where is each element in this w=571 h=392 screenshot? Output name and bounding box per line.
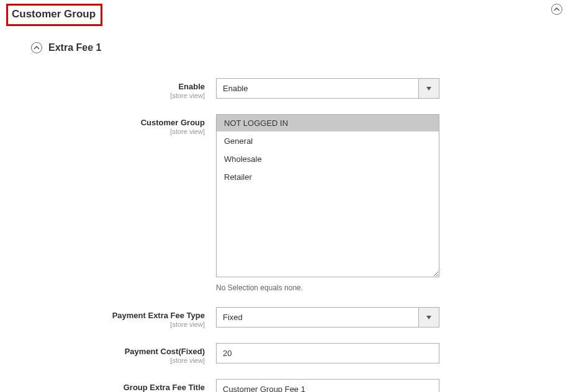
enable-select[interactable]: Enable bbox=[216, 78, 439, 99]
section-header-box[interactable]: Customer Group bbox=[6, 4, 102, 26]
customer-group-option[interactable]: Wholesale bbox=[217, 151, 439, 167]
subsection-header-row[interactable]: Extra Fee 1 bbox=[6, 42, 565, 53]
enable-label: Enable bbox=[6, 82, 205, 91]
enable-select-button[interactable] bbox=[418, 79, 439, 98]
label-col: Group Extra Fee Title [store view] bbox=[6, 379, 216, 392]
section-title: Customer Group bbox=[12, 8, 96, 20]
fee-type-select-button[interactable] bbox=[418, 308, 439, 327]
subsection-collapse-toggle[interactable] bbox=[31, 42, 42, 53]
chevron-up-icon bbox=[554, 6, 560, 12]
caret-down-icon bbox=[426, 87, 431, 91]
scope-label: [store view] bbox=[6, 128, 205, 135]
field-col bbox=[216, 343, 439, 363]
subsection-title: Extra Fee 1 bbox=[48, 42, 101, 53]
payment-cost-label: Payment Cost(Fixed) bbox=[6, 347, 205, 356]
scope-label: [store view] bbox=[6, 92, 205, 99]
customer-group-option[interactable]: NOT LOGGED IN bbox=[217, 115, 439, 131]
row-payment-cost: Payment Cost(Fixed) [store view] bbox=[6, 343, 565, 364]
label-col: Payment Cost(Fixed) [store view] bbox=[6, 343, 216, 364]
fee-type-select[interactable]: Fixed bbox=[216, 307, 439, 327]
fee-type-select-value: Fixed bbox=[217, 308, 418, 327]
row-customer-group: Customer Group [store view] NOT LOGGED I… bbox=[6, 114, 565, 292]
customer-group-option[interactable]: General bbox=[217, 133, 439, 149]
payment-cost-input[interactable] bbox=[216, 343, 439, 363]
label-col: Enable [store view] bbox=[6, 78, 216, 99]
field-col: Fixed bbox=[216, 307, 439, 327]
chevron-up-icon bbox=[34, 45, 40, 51]
field-col bbox=[216, 379, 439, 392]
enable-select-value: Enable bbox=[217, 79, 418, 98]
field-col: Enable bbox=[216, 78, 439, 99]
config-page: Customer Group Extra Fee 1 Enable [store… bbox=[0, 0, 571, 392]
scope-label: [store view] bbox=[6, 357, 205, 364]
label-col: Payment Extra Fee Type [store view] bbox=[6, 307, 216, 328]
caret-down-icon bbox=[426, 316, 431, 319]
field-col: NOT LOGGED IN General Wholesale Retailer… bbox=[216, 114, 439, 292]
fee-title-label: Group Extra Fee Title bbox=[6, 383, 205, 392]
label-col: Customer Group [store view] bbox=[6, 114, 216, 135]
config-form: Enable [store view] Enable Customer Grou… bbox=[6, 78, 565, 392]
section-header-row: Customer Group bbox=[6, 4, 565, 26]
scope-label: [store view] bbox=[6, 321, 205, 328]
customer-group-multiselect[interactable]: NOT LOGGED IN General Wholesale Retailer bbox=[216, 114, 439, 277]
fee-type-label: Payment Extra Fee Type bbox=[6, 311, 205, 320]
row-fee-type: Payment Extra Fee Type [store view] Fixe… bbox=[6, 307, 565, 328]
row-fee-title: Group Extra Fee Title [store view] bbox=[6, 379, 565, 392]
customer-group-option[interactable]: Retailer bbox=[217, 169, 439, 185]
customer-group-helper: No Selection equals none. bbox=[216, 283, 439, 292]
section-collapse-toggle[interactable] bbox=[551, 4, 562, 15]
row-enable: Enable [store view] Enable bbox=[6, 78, 565, 99]
customer-group-label: Customer Group bbox=[6, 118, 205, 127]
fee-title-input[interactable] bbox=[216, 379, 439, 392]
